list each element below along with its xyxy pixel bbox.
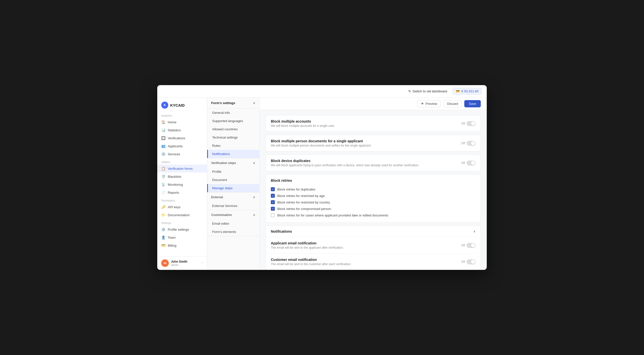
sidebar-item-api-keys[interactable]: 🔑 API keys [157,203,207,211]
sidebar-item-blacklists[interactable]: 🛡️ Blacklists [157,172,207,180]
profile-settings-icon: ⚙️ [161,228,166,232]
customer-email-info: Customer email notification The email wi… [271,258,351,266]
middle-nav: Form's settings ∧ General info Supported… [207,98,260,270]
checkbox-country[interactable]: ✓ [271,200,275,204]
checkbox-item-2: ✓ Block retries for restricted by age [271,192,476,199]
top-bar: ↻ Switch to old dashboard 💳 € 50,321.60 [157,85,487,98]
applicant-email-toggle[interactable] [466,243,476,248]
sidebar-item-profile-settings[interactable]: ⚙️ Profile settings [157,226,207,234]
nav-manage-steps[interactable]: Manage steps [207,184,259,192]
home-icon: 🏠 [161,120,166,124]
block-device-toggle[interactable] [466,160,476,166]
nav-profile[interactable]: Profile [207,168,259,176]
block-multiple-docs-row: Block multiple person documents for a si… [266,135,480,151]
checkbox-duplicates[interactable]: ✓ [271,187,275,191]
card-desc-3: We will block applicants trying to pass … [271,164,419,167]
card-title-3: Block device duplicates [271,159,419,163]
nav-notifications[interactable]: Notifications [207,150,259,158]
check-icon: ✓ [272,207,274,210]
card-desc: We will block multiple accounts for a si… [271,124,335,128]
check-icon: ✓ [272,188,274,191]
notifications-header[interactable]: Notifications ∧ [266,226,480,237]
sidebar-item-home[interactable]: 🏠 Home [157,118,207,126]
checkbox-compromised[interactable]: ✓ [271,207,275,211]
customer-email-title: Customer email notification [271,258,351,262]
billing-icon: 💳 [161,244,166,248]
preview-button[interactable]: 👁 Preview [417,100,441,107]
utilities-section-label: Utilities [157,158,207,164]
check-icon: ✓ [272,201,274,204]
sidebar-item-applicants[interactable]: 👥 Applicants [157,142,207,150]
block-multiple-docs-toggle[interactable] [466,141,476,146]
nav-form-elements[interactable]: Form's elements [207,228,259,236]
card-row-info: Block multiple accounts We will block mu… [271,119,335,128]
user-role: admin [171,264,198,266]
checkbox-item-4: ✓ Block retries for compromised person [271,206,476,212]
sidebar-item-reports[interactable]: 📄 Reports [157,188,207,196]
applicant-email-title: Applicant email notification [271,241,344,245]
sidebar-item-billing[interactable]: 💳 Billing [157,242,207,250]
card-desc-2: We will block multiple person documents … [271,144,372,147]
switch-dashboard-button[interactable]: ↻ Switch to old dashboard [406,88,450,94]
nav-supported-languages[interactable]: Supported languages [207,117,259,125]
sidebar-item-verifications[interactable]: 🔲 Verifications [157,134,207,142]
sidebar-item-monitoring[interactable]: 📡 Monitoring [157,180,207,188]
block-retries-title: Block retries [271,178,476,182]
checkbox-age[interactable]: ✓ [271,194,275,198]
nav-email-editor[interactable]: Email editor [207,220,259,228]
form-settings-header[interactable]: Form's settings ∧ [207,98,259,108]
nav-technical-settings[interactable]: Technical settings [207,133,259,142]
verification-forms-icon: 📋 [161,166,166,170]
nav-document[interactable]: Document [207,176,259,184]
block-retries-card: Block retries ✓ Block retries for duplic… [266,174,481,223]
block-multiple-accounts-toggle[interactable] [466,121,476,126]
discard-button[interactable]: Discard [443,100,462,107]
check-icon: ✓ [272,194,274,198]
app-name: KYCAID [170,103,185,107]
nav-general-info[interactable]: General info [207,108,259,117]
settings-card-1: Block multiple accounts We will block mu… [266,115,481,132]
sidebar-item-team[interactable]: 👤 Team [157,234,207,242]
content-header: 👁 Preview Discard Save [260,98,487,110]
customisation-header[interactable]: Customisation ∧ [207,210,259,220]
verification-steps-header[interactable]: Verification steps ∧ [207,158,259,168]
sidebar-item-label: Monitoring [168,183,183,186]
documentation-icon: 📁 [161,213,166,217]
preview-label: Preview [426,102,437,106]
sidebar-item-services[interactable]: ⚙️ Services [157,150,207,158]
sidebar-item-documentation[interactable]: 📁 Documentation [157,211,207,219]
sidebar-item-label: Home [168,120,176,124]
user-expand-icon: ⌃ [201,262,203,265]
sidebar-item-label: Applicants [168,144,183,148]
nav-rules[interactable]: Rules [207,142,259,150]
content-scroll: Block multiple accounts We will block mu… [260,110,487,270]
sidebar-item-label: Profile settings [168,228,189,232]
app-window: ↻ Switch to old dashboard 💳 € 50,321.60 … [157,85,487,270]
sidebar-item-statistics[interactable]: 📊 Statistics [157,126,207,134]
toggle-label-applicant: Off [461,244,465,247]
form-settings-label: Form's settings [211,101,235,105]
sidebar-item-label: Blacklists [168,175,181,178]
discard-label: Discard [447,102,458,106]
logo-icon: K [161,102,168,108]
checkbox-fake-docs[interactable] [271,213,275,217]
analytics-section-label: Analytics [157,112,207,118]
external-label: External [211,196,223,199]
applicants-icon: 👥 [161,144,166,148]
sidebar-item-verification-forms[interactable]: 📋 Verification forms [157,164,207,172]
checkbox-item-1: ✓ Block retries for duplicates [271,186,476,192]
checkbox-label: Block retries for restricted by age [277,194,325,198]
checkbox-label: Block retries for restricted by country [277,200,330,204]
customer-email-toggle[interactable] [466,260,476,264]
customer-email-row: Customer email notification The email wi… [266,254,480,270]
nav-external-services[interactable]: External Services [207,202,259,210]
external-header[interactable]: External ∧ [207,192,259,202]
block-device-row: Block device duplicates We will block ap… [266,155,480,171]
sidebar-user[interactable]: SE John Smith admin ⌃ [157,256,207,270]
toggle-label-2: Off [461,142,465,145]
nav-allowed-countries[interactable]: Allowed countries [207,125,259,133]
settings-card-2: Block multiple person documents for a si… [266,135,481,152]
sidebar-item-label: Verifications [168,136,185,140]
sidebar: K KYCAID Analytics 🏠 Home 📊 Statistics 🔲… [157,98,207,270]
save-button[interactable]: Save [464,100,481,107]
